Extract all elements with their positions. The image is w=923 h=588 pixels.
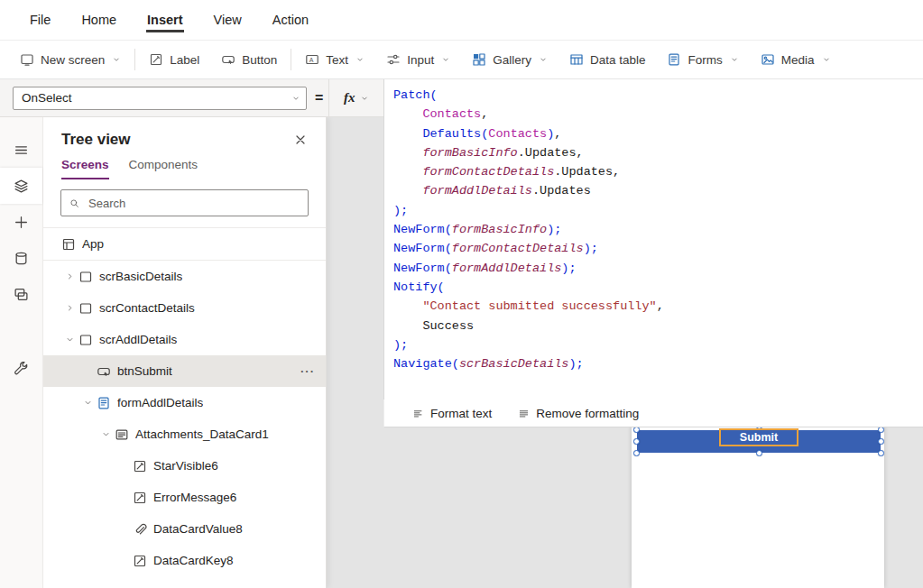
ribbon-item-button[interactable]: Button — [210, 41, 288, 78]
code-token: ); — [393, 204, 408, 217]
ribbon-item-label: Button — [242, 53, 277, 67]
tree-item-starvisible6[interactable]: StarVisible6 — [43, 450, 326, 482]
submit-button-selection[interactable]: Submit — [637, 430, 881, 453]
ribbon-item-gallery[interactable]: Gallery — [461, 41, 558, 78]
text-icon: A — [305, 52, 319, 67]
code-token: , — [554, 127, 561, 141]
rail-item-insert[interactable] — [0, 204, 42, 240]
fx-button[interactable]: fx — [328, 79, 383, 117]
tab-screens[interactable]: Screens — [61, 158, 109, 179]
code-line: ); — [393, 335, 923, 354]
menu-item-file[interactable]: File — [29, 1, 51, 39]
tree-item-scrbasicdetails[interactable]: scrBasicDetails — [43, 261, 326, 292]
chevron-down-icon[interactable] — [61, 335, 78, 345]
code-token: ); — [547, 223, 561, 236]
selection-handle[interactable] — [756, 450, 762, 456]
chevron-right-icon[interactable] — [61, 271, 78, 281]
menu-item-insert[interactable]: Insert — [146, 1, 184, 39]
property-dropdown[interactable]: OnSelect — [13, 87, 307, 110]
submit-button[interactable]: Submit — [719, 428, 798, 446]
ribbon-item-label: Gallery — [493, 53, 531, 67]
code-token — [393, 299, 422, 313]
code-token: formBasicInfo — [452, 223, 547, 236]
tree-item-errormessage6[interactable]: ErrorMessage6 — [43, 482, 326, 513]
code-line: NewForm(formBasicInfo); — [393, 220, 923, 239]
selection-handle[interactable] — [878, 450, 884, 456]
ribbon-item-label: Data table — [590, 53, 646, 67]
power-apps-studio: FileHomeInsertViewAction New screenLabel… — [0, 0, 923, 588]
menu-item-home[interactable]: Home — [80, 1, 117, 39]
ribbon-item-text[interactable]: AText — [294, 41, 375, 78]
tree-item-formaddldetails[interactable]: formAddlDetails — [43, 387, 326, 418]
tree-item-label: scrBasicDetails — [99, 270, 182, 283]
menu-item-view[interactable]: View — [213, 1, 243, 39]
chevron-down-icon[interactable] — [97, 429, 115, 439]
tree-item-btnsubmit[interactable]: btnSubmit··· — [43, 355, 326, 387]
remove-formatting-button[interactable]: Remove formatting — [519, 407, 639, 420]
screen-icon — [78, 270, 99, 284]
selection-handle[interactable] — [878, 427, 884, 433]
code-token: NewForm( — [393, 223, 452, 236]
ribbon-item-label[interactable]: Label — [138, 41, 210, 78]
ribbon-item-label: New screen — [41, 53, 105, 67]
formula-bar: OnSelect = fx — [0, 79, 383, 117]
code-token: NewForm( — [393, 262, 452, 275]
ribbon-separator — [134, 49, 135, 70]
code-token: , — [657, 299, 664, 313]
code-token — [393, 319, 422, 333]
code-line: formContactDetails.Updates, — [393, 162, 923, 181]
ribbon-item-new-screen[interactable]: New screen — [9, 41, 132, 78]
code-token — [393, 165, 422, 179]
code-token: ); — [568, 357, 583, 371]
ribbon-item-forms[interactable]: Forms — [656, 41, 749, 78]
screen-preview[interactable]: Submit — [632, 424, 884, 588]
plus-icon — [14, 215, 29, 230]
label-icon — [133, 491, 153, 505]
chevron-down-icon — [441, 55, 450, 64]
rail-item-data[interactable] — [0, 240, 42, 276]
tree-item-attachments-datacard1[interactable]: Attachments_DataCard1 — [43, 418, 326, 450]
equals-sign: = — [315, 90, 323, 106]
formula-editor[interactable]: Patch( Contacts, Defaults(Contacts), for… — [383, 79, 923, 400]
tree-item-label: StarVisible6 — [153, 459, 218, 473]
search-input[interactable] — [87, 196, 300, 211]
close-icon[interactable] — [293, 133, 308, 147]
tree-item-scrcontactdetails[interactable]: scrContactDetails — [43, 292, 326, 324]
card-icon — [115, 427, 135, 442]
chevron-down-icon[interactable] — [79, 398, 97, 408]
more-options-button[interactable]: ··· — [300, 364, 315, 378]
tree-item-app[interactable]: App — [43, 228, 326, 260]
code-token: Contacts — [488, 127, 547, 141]
ribbon-item-data-table[interactable]: Data table — [558, 41, 657, 78]
chevron-down-icon — [291, 94, 300, 103]
format-text-button[interactable]: Format text — [413, 407, 492, 420]
selection-handle[interactable] — [633, 438, 640, 445]
code-token: formAddlDetails — [422, 184, 532, 198]
tree-item-datacardkey8[interactable]: DataCardKey8 — [43, 545, 326, 576]
selection-handle[interactable] — [633, 427, 640, 433]
rail-item-advanced-tools[interactable] — [0, 276, 42, 312]
tab-components[interactable]: Components — [129, 158, 198, 179]
menu-item-action[interactable]: Action — [272, 1, 309, 39]
new-screen-icon — [20, 52, 34, 67]
code-line: Success — [393, 317, 923, 335]
chevron-right-icon[interactable] — [61, 303, 78, 313]
selection-handle[interactable] — [633, 450, 640, 456]
ribbon-item-media[interactable]: Media — [750, 41, 842, 78]
format-item-label: Remove formatting — [536, 407, 639, 420]
ribbon-item-label: Media — [781, 53, 815, 67]
code-token: NewForm( — [393, 242, 452, 255]
screen-icon — [78, 333, 99, 347]
rail-item-menu[interactable] — [0, 132, 42, 168]
ribbon-separator — [291, 49, 291, 70]
rail-item-settings[interactable] — [0, 350, 42, 386]
tree-item-datacardvalue8[interactable]: DataCardValue8 — [43, 513, 326, 545]
ribbon-item-input[interactable]: Input — [375, 41, 461, 78]
screen-icon — [78, 301, 99, 316]
rail-item-tree-view[interactable] — [0, 168, 42, 204]
chevron-down-icon — [730, 55, 739, 64]
selection-handle[interactable] — [878, 438, 884, 445]
tree-item-scraddldetails[interactable]: scrAddlDetails — [43, 324, 326, 355]
tree-view-title: Tree view — [61, 131, 131, 149]
code-token: Notify( — [393, 280, 445, 294]
